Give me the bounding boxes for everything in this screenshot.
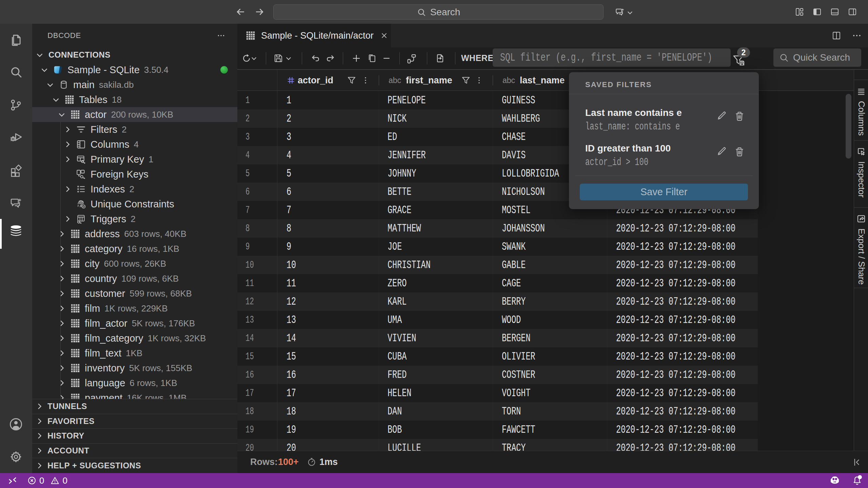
cell-first-name[interactable]: HELEN (388, 384, 458, 402)
tree-row[interactable]: film_actor 5K rows, 176KB (32, 316, 237, 331)
tree-row[interactable]: Primary Key 1 (32, 152, 237, 167)
tree-row[interactable]: film_category 1K rows, 32KB (32, 331, 237, 346)
tree-row[interactable]: Sample - SQLite 3.50.4 (32, 62, 237, 77)
table-row[interactable]: 19 19 BOB FAWCETT 2020-12-23 07:12:29-08… (237, 421, 758, 439)
tree-chevron-icon[interactable] (63, 155, 72, 164)
sidebar-section-header[interactable]: TUNNELS (32, 399, 237, 414)
cell-first-name[interactable]: UMA (388, 311, 458, 329)
tree-chevron-icon[interactable] (57, 378, 66, 388)
cell-last-name[interactable]: LOLLOBRIGIDA (502, 164, 577, 183)
cell-first-name[interactable]: BETTE (388, 183, 458, 201)
cell-first-name[interactable]: GRACE (388, 201, 458, 219)
split-editor-icon[interactable] (831, 30, 842, 41)
vertical-scrollbar-thumb[interactable] (846, 94, 851, 159)
cell-last-update[interactable]: 2020-12-23 07:12:29-08:00 (616, 439, 712, 451)
tree-chevron-icon[interactable] (35, 50, 44, 60)
cell-actor-id[interactable]: 15 (287, 347, 350, 366)
save-icon[interactable] (271, 51, 286, 66)
redo-icon[interactable] (323, 51, 338, 66)
tree-chevron-icon[interactable] (57, 289, 66, 298)
back-arrow-icon[interactable] (235, 6, 246, 18)
cell-last-update[interactable]: 2020-12-23 07:12:29-08:00 (616, 292, 712, 311)
side-tab-inspector[interactable]: Inspector (854, 146, 868, 198)
cell-last-update[interactable]: 2020-12-23 07:12:29-08:00 (616, 402, 712, 421)
tree-row[interactable]: inventory 5K rows, 155KB (32, 361, 237, 375)
remote-indicator[interactable] (7, 473, 18, 488)
cell-actor-id[interactable]: 7 (287, 201, 350, 219)
cell-actor-id[interactable]: 9 (287, 238, 350, 256)
tree-row[interactable]: Columns 4 (32, 137, 237, 152)
tree-chevron-icon[interactable] (45, 80, 55, 89)
explorer-icon[interactable] (8, 32, 24, 48)
cell-last-name[interactable]: FAWCETT (502, 421, 577, 439)
cell-first-name[interactable]: MATTHEW (388, 219, 458, 238)
cell-last-name[interactable]: NICHOLSON (502, 183, 577, 201)
cell-first-name[interactable]: LUCILLE (388, 439, 458, 451)
tree-chevron-icon[interactable] (57, 229, 66, 239)
toggle-panel-icon[interactable] (830, 7, 840, 17)
cell-first-name[interactable]: DAN (388, 402, 458, 421)
tree-row[interactable]: payment 16K rows, 1MB (32, 390, 237, 399)
add-row-icon[interactable] (349, 51, 364, 66)
cell-last-name[interactable]: BERRY (502, 292, 577, 311)
cell-last-name[interactable]: GUINESS (502, 91, 577, 109)
cell-first-name[interactable]: ED (388, 128, 458, 146)
table-row[interactable]: 11 11 ZERO CAGE 2020-12-23 07:12:29-08:0… (237, 274, 758, 292)
sidebar-section-header[interactable]: ACCOUNT (32, 443, 237, 458)
cell-last-update[interactable]: 2020-12-23 07:12:29-08:00 (616, 366, 712, 384)
cell-last-name[interactable]: JOHANSSON (502, 219, 577, 238)
cell-last-update[interactable]: 2020-12-23 07:12:29-08:00 (616, 238, 712, 256)
table-row[interactable]: 10 10 CHRISTIAN GABLE 2020-12-23 07:12:2… (237, 256, 758, 274)
table-row[interactable]: 8 8 MATTHEW JOHANSSON 2020-12-23 07:12:2… (237, 219, 758, 238)
export-data-icon[interactable] (433, 51, 448, 66)
cell-last-update[interactable]: 2020-12-23 07:12:29-08:00 (616, 347, 712, 366)
cell-last-update[interactable]: 2020-12-23 07:12:29-08:00 (616, 384, 712, 402)
table-row[interactable]: 9 9 JOE SWANK 2020-12-23 07:12:29-08:00 (237, 238, 758, 256)
quick-search-input[interactable]: Quick Search (773, 48, 861, 67)
cell-first-name[interactable]: CHRISTIAN (388, 256, 458, 274)
duplicate-row-icon[interactable] (364, 51, 379, 66)
tree-chevron-icon[interactable] (63, 184, 72, 194)
settings-gear-icon[interactable] (8, 449, 24, 465)
cell-actor-id[interactable]: 2 (287, 109, 350, 128)
tree-row[interactable]: city 600 rows, 26KB (32, 256, 237, 271)
saved-filters-button[interactable]: 2 (732, 49, 752, 68)
cell-actor-id[interactable]: 19 (287, 421, 350, 439)
problems-indicator[interactable]: 0 0 (27, 473, 67, 488)
tree-chevron-icon[interactable] (57, 304, 66, 313)
tree-row[interactable]: customer 599 rows, 68KB (32, 286, 237, 301)
command-center-search[interactable]: Search (273, 4, 604, 20)
column-filter-icon[interactable] (461, 75, 471, 85)
cell-last-name[interactable]: GABLE (502, 256, 577, 274)
cell-last-name[interactable]: VOIGHT (502, 384, 577, 402)
tree-chevron-icon[interactable] (51, 95, 61, 104)
cell-last-update[interactable]: 2020-12-23 07:12:29-08:00 (616, 421, 712, 439)
tree-row[interactable]: actor 200 rows, 10KB (32, 107, 237, 122)
side-tab-columns[interactable]: Columns (854, 87, 868, 136)
tree-row[interactable]: CONNECTIONS (32, 47, 237, 62)
undo-icon[interactable] (308, 51, 323, 66)
cell-last-name[interactable]: DAVIS (502, 146, 577, 164)
cell-last-name[interactable]: TORN (502, 402, 577, 421)
table-row[interactable]: 18 18 DAN TORN 2020-12-23 07:12:29-08:00 (237, 402, 758, 421)
tree-chevron-icon[interactable] (57, 274, 66, 283)
table-row[interactable]: 17 17 HELEN VOIGHT 2020-12-23 07:12:29-0… (237, 384, 758, 402)
cell-first-name[interactable]: JOE (388, 238, 458, 256)
delete-filter-icon[interactable] (733, 146, 746, 158)
tab-actor-table[interactable]: Sample - SQLite/main/actor (237, 24, 391, 47)
tree-row[interactable]: Indexes 2 (32, 182, 237, 197)
customize-layout-icon[interactable] (794, 7, 805, 17)
cell-actor-id[interactable]: 14 (287, 329, 350, 347)
tree-chevron-icon[interactable] (57, 363, 66, 373)
cell-last-name[interactable]: WAHLBERG (502, 109, 577, 128)
cell-actor-id[interactable]: 3 (287, 128, 350, 146)
cell-actor-id[interactable]: 8 (287, 219, 350, 238)
tab-close-icon[interactable] (380, 31, 389, 40)
cell-last-name[interactable]: CHASE (502, 128, 577, 146)
collapse-panel-icon[interactable] (852, 457, 862, 467)
tree-row[interactable]: Tables 18 (32, 92, 237, 107)
tree-row[interactable]: film_text 1KB (32, 346, 237, 361)
cell-first-name[interactable]: KARL (388, 292, 458, 311)
cell-first-name[interactable]: PENELOPE (388, 91, 458, 109)
tree-chevron-icon[interactable] (57, 244, 66, 253)
